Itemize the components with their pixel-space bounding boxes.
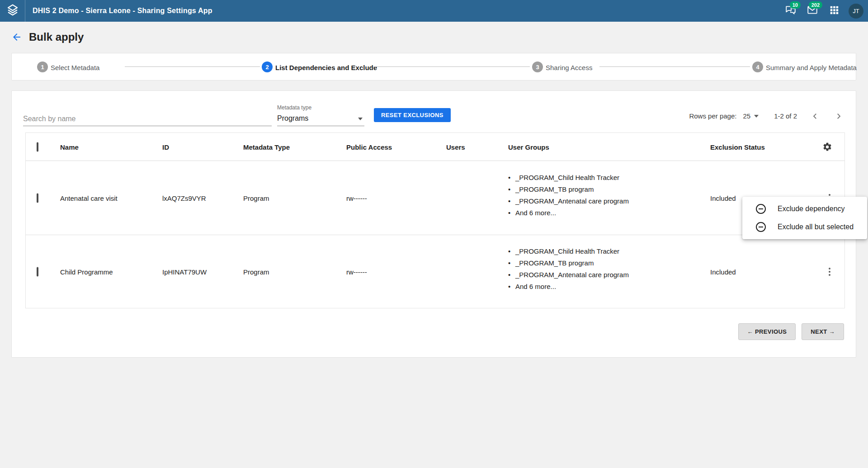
messages-button[interactable]: 202 [802,0,823,22]
table-header-row: Name ID Metadata Type Public Access User… [26,133,844,161]
table-settings-button[interactable] [821,140,834,154]
dhis2-layers-icon [6,3,19,19]
apps-menu-button[interactable] [823,0,845,22]
user-group-item: _PROGRAM_Child Health Tracker [508,172,629,184]
column-header-user-groups: User Groups [508,143,549,151]
step-3-label[interactable]: Sharing Access [546,64,592,71]
row-metadata-type: Program [243,194,269,202]
table-row: Antenatal care visit lxAQ7Zs9VYR Program… [26,161,844,235]
row-checkbox[interactable] [37,193,38,203]
step-1-label[interactable]: Select Metadata [51,64,99,71]
user-group-item: _PROGRAM_Antenatal care program [508,269,629,281]
column-header-metadata-type: Metadata Type [243,143,290,151]
interpretations-button[interactable]: 10 [780,0,802,22]
minus-circle-icon [756,204,766,214]
app-title: DHIS 2 Demo - Sierra Leone - Sharing Set… [33,7,212,15]
pagination-bar: Rows per page: 25 1-2 of 2 [689,109,844,123]
metadata-type-select[interactable]: Metadata type Programs [277,104,364,126]
menu-item-label: Exclude all but selected [778,223,854,231]
column-header-name: Name [60,143,79,151]
step-connector [125,66,260,67]
dhis2-logo[interactable] [0,0,25,22]
column-header-public-access: Public Access [346,143,392,151]
user-group-item: _PROGRAM_TB program [508,184,629,195]
rows-per-page-value: 25 [743,112,750,120]
page-title: Bulk apply [29,31,84,43]
stepper: 1 Select Metadata 2 List Dependencies an… [11,53,856,80]
chevron-down-icon [754,115,759,118]
next-step-button[interactable]: NEXT → [802,323,844,340]
previous-page-button[interactable] [810,111,821,122]
page-title-row: Bulk apply [11,31,84,43]
row-user-groups: _PROGRAM_Child Health Tracker _PROGRAM_T… [508,172,629,219]
step-2-label[interactable]: List Dependencies and Exclude [275,64,377,71]
row-public-access: rw------ [346,268,367,275]
metadata-type-value: Programs [277,114,308,123]
rows-per-page-label: Rows per page: [689,112,736,120]
header-actions: 10 202 [780,0,868,22]
row-user-groups: _PROGRAM_Child Health Tracker _PROGRAM_T… [508,246,629,293]
row-id: lxAQ7Zs9VYR [162,194,206,202]
menu-item-exclude-all-but-selected[interactable]: Exclude all but selected [742,218,867,236]
row-public-access: rw------ [346,194,367,202]
interpretations-badge: 10 [790,1,801,9]
row-metadata-type: Program [243,268,269,275]
select-all-checkbox[interactable] [37,142,38,151]
dependencies-table: Name ID Metadata Type Public Access User… [25,132,845,308]
menu-item-label: Exclude dependency [778,205,845,213]
next-page-button[interactable] [833,111,844,122]
table-row: Child Programme IpHINAT79UW Program rw--… [26,235,844,308]
rows-per-page-select[interactable]: 25 [743,112,759,120]
step-1-circle[interactable]: 1 [37,61,48,72]
row-exclusion-status: Included [710,268,736,275]
messages-badge: 202 [809,1,822,9]
user-avatar[interactable]: JT [849,4,863,19]
metadata-type-label: Metadata type [277,104,364,111]
row-name: Child Programme [60,268,113,275]
row-actions-menu-button[interactable] [821,263,839,281]
gear-icon [822,142,832,152]
row-id: IpHINAT79UW [162,268,207,275]
bulk-apply-screen: DHIS 2 Demo - Sierra Leone - Sharing Set… [0,0,868,468]
row-actions-context-menu: Exclude dependency Exclude all but selec… [742,197,867,239]
search-input[interactable] [23,112,272,126]
step-4-label[interactable]: Summary and Apply Metadata [766,64,857,71]
app-header: DHIS 2 Demo - Sierra Leone - Sharing Set… [0,0,868,22]
user-group-item: _PROGRAM_Antenatal care program [508,195,629,207]
step-3-circle[interactable]: 3 [532,61,543,72]
search-field [23,112,272,126]
previous-step-button[interactable]: ← PREVIOUS [738,323,796,340]
apps-grid-icon [829,5,839,17]
user-group-item: And 6 more... [508,281,629,293]
chevron-down-icon [358,118,363,120]
menu-item-exclude-dependency[interactable]: Exclude dependency [742,200,867,218]
user-group-item: _PROGRAM_Child Health Tracker [508,246,629,257]
step-2-circle[interactable]: 2 [262,61,273,72]
row-exclusion-status: Included [710,194,736,202]
step-4-circle[interactable]: 4 [752,61,763,72]
minus-circle-icon [756,222,766,232]
back-button[interactable] [11,31,23,43]
column-header-users: Users [446,143,465,151]
chevron-right-icon [835,112,843,120]
column-header-id: ID [162,143,169,151]
step-connector [373,66,530,67]
row-name: Antenatal care visit [60,194,118,202]
back-arrow-icon [11,32,22,43]
user-group-item: And 6 more... [508,207,629,219]
dependencies-panel: Metadata type Programs RESET EXCLUSIONS … [11,90,856,358]
step-connector [599,66,750,67]
reset-exclusions-button[interactable]: RESET EXCLUSIONS [374,108,451,122]
user-group-item: _PROGRAM_TB program [508,257,629,269]
row-checkbox[interactable] [37,267,38,276]
pagination-range: 1-2 of 2 [774,112,797,120]
wizard-footer: ← PREVIOUS NEXT → [738,323,844,340]
chevron-left-icon [811,112,819,120]
column-header-exclusion-status: Exclusion Status [710,143,765,151]
